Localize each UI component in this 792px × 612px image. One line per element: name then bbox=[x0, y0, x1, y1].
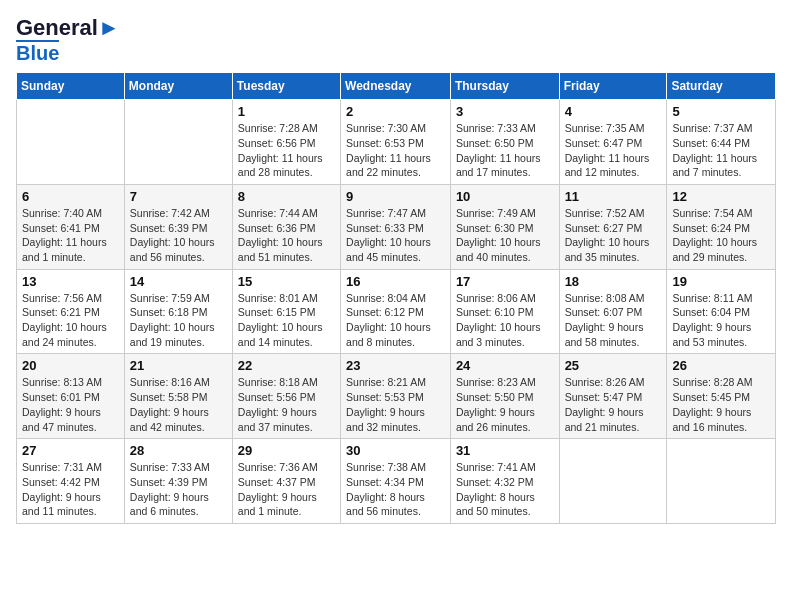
day-info: Sunrise: 7:41 AMSunset: 4:32 PMDaylight:… bbox=[456, 460, 554, 519]
day-number: 31 bbox=[456, 443, 554, 458]
calendar-cell: 24Sunrise: 8:23 AMSunset: 5:50 PMDayligh… bbox=[450, 354, 559, 439]
day-info: Sunrise: 8:23 AMSunset: 5:50 PMDaylight:… bbox=[456, 375, 554, 434]
day-number: 30 bbox=[346, 443, 445, 458]
calendar-cell bbox=[667, 439, 776, 524]
calendar-cell: 30Sunrise: 7:38 AMSunset: 4:34 PMDayligh… bbox=[341, 439, 451, 524]
calendar-cell: 21Sunrise: 8:16 AMSunset: 5:58 PMDayligh… bbox=[124, 354, 232, 439]
day-info: Sunrise: 7:40 AMSunset: 6:41 PMDaylight:… bbox=[22, 206, 119, 265]
day-info: Sunrise: 7:49 AMSunset: 6:30 PMDaylight:… bbox=[456, 206, 554, 265]
day-number: 7 bbox=[130, 189, 227, 204]
calendar-cell: 16Sunrise: 8:04 AMSunset: 6:12 PMDayligh… bbox=[341, 269, 451, 354]
day-number: 20 bbox=[22, 358, 119, 373]
day-info: Sunrise: 7:37 AMSunset: 6:44 PMDaylight:… bbox=[672, 121, 770, 180]
calendar-cell: 17Sunrise: 8:06 AMSunset: 6:10 PMDayligh… bbox=[450, 269, 559, 354]
day-number: 2 bbox=[346, 104, 445, 119]
day-info: Sunrise: 7:36 AMSunset: 4:37 PMDaylight:… bbox=[238, 460, 335, 519]
day-number: 24 bbox=[456, 358, 554, 373]
day-info: Sunrise: 8:28 AMSunset: 5:45 PMDaylight:… bbox=[672, 375, 770, 434]
day-info: Sunrise: 7:52 AMSunset: 6:27 PMDaylight:… bbox=[565, 206, 662, 265]
day-number: 9 bbox=[346, 189, 445, 204]
day-number: 25 bbox=[565, 358, 662, 373]
calendar-cell bbox=[124, 100, 232, 185]
day-number: 8 bbox=[238, 189, 335, 204]
day-number: 28 bbox=[130, 443, 227, 458]
day-of-week-header: Monday bbox=[124, 73, 232, 100]
day-of-week-header: Tuesday bbox=[232, 73, 340, 100]
day-of-week-header: Wednesday bbox=[341, 73, 451, 100]
day-info: Sunrise: 7:56 AMSunset: 6:21 PMDaylight:… bbox=[22, 291, 119, 350]
day-info: Sunrise: 7:38 AMSunset: 4:34 PMDaylight:… bbox=[346, 460, 445, 519]
calendar-cell bbox=[559, 439, 667, 524]
calendar-cell: 28Sunrise: 7:33 AMSunset: 4:39 PMDayligh… bbox=[124, 439, 232, 524]
calendar-cell: 29Sunrise: 7:36 AMSunset: 4:37 PMDayligh… bbox=[232, 439, 340, 524]
day-number: 26 bbox=[672, 358, 770, 373]
calendar-cell: 8Sunrise: 7:44 AMSunset: 6:36 PMDaylight… bbox=[232, 184, 340, 269]
calendar-cell: 6Sunrise: 7:40 AMSunset: 6:41 PMDaylight… bbox=[17, 184, 125, 269]
day-info: Sunrise: 8:06 AMSunset: 6:10 PMDaylight:… bbox=[456, 291, 554, 350]
day-number: 11 bbox=[565, 189, 662, 204]
day-info: Sunrise: 7:59 AMSunset: 6:18 PMDaylight:… bbox=[130, 291, 227, 350]
day-number: 17 bbox=[456, 274, 554, 289]
day-of-week-header: Thursday bbox=[450, 73, 559, 100]
page-header: General► Blue bbox=[16, 16, 776, 64]
day-info: Sunrise: 8:01 AMSunset: 6:15 PMDaylight:… bbox=[238, 291, 335, 350]
calendar-cell: 27Sunrise: 7:31 AMSunset: 4:42 PMDayligh… bbox=[17, 439, 125, 524]
day-number: 18 bbox=[565, 274, 662, 289]
calendar-table: SundayMondayTuesdayWednesdayThursdayFrid… bbox=[16, 72, 776, 524]
day-number: 19 bbox=[672, 274, 770, 289]
day-info: Sunrise: 7:47 AMSunset: 6:33 PMDaylight:… bbox=[346, 206, 445, 265]
day-info: Sunrise: 8:21 AMSunset: 5:53 PMDaylight:… bbox=[346, 375, 445, 434]
day-number: 23 bbox=[346, 358, 445, 373]
day-info: Sunrise: 7:30 AMSunset: 6:53 PMDaylight:… bbox=[346, 121, 445, 180]
calendar-cell: 31Sunrise: 7:41 AMSunset: 4:32 PMDayligh… bbox=[450, 439, 559, 524]
day-info: Sunrise: 8:04 AMSunset: 6:12 PMDaylight:… bbox=[346, 291, 445, 350]
day-info: Sunrise: 7:35 AMSunset: 6:47 PMDaylight:… bbox=[565, 121, 662, 180]
calendar-cell: 15Sunrise: 8:01 AMSunset: 6:15 PMDayligh… bbox=[232, 269, 340, 354]
day-of-week-header: Sunday bbox=[17, 73, 125, 100]
day-number: 22 bbox=[238, 358, 335, 373]
calendar-cell: 12Sunrise: 7:54 AMSunset: 6:24 PMDayligh… bbox=[667, 184, 776, 269]
calendar-cell: 2Sunrise: 7:30 AMSunset: 6:53 PMDaylight… bbox=[341, 100, 451, 185]
calendar-cell: 22Sunrise: 8:18 AMSunset: 5:56 PMDayligh… bbox=[232, 354, 340, 439]
calendar-cell: 11Sunrise: 7:52 AMSunset: 6:27 PMDayligh… bbox=[559, 184, 667, 269]
day-number: 6 bbox=[22, 189, 119, 204]
day-info: Sunrise: 7:42 AMSunset: 6:39 PMDaylight:… bbox=[130, 206, 227, 265]
day-number: 13 bbox=[22, 274, 119, 289]
day-of-week-header: Saturday bbox=[667, 73, 776, 100]
calendar-cell: 7Sunrise: 7:42 AMSunset: 6:39 PMDaylight… bbox=[124, 184, 232, 269]
calendar-cell: 9Sunrise: 7:47 AMSunset: 6:33 PMDaylight… bbox=[341, 184, 451, 269]
day-number: 4 bbox=[565, 104, 662, 119]
calendar-cell: 19Sunrise: 8:11 AMSunset: 6:04 PMDayligh… bbox=[667, 269, 776, 354]
day-number: 3 bbox=[456, 104, 554, 119]
calendar-cell: 23Sunrise: 8:21 AMSunset: 5:53 PMDayligh… bbox=[341, 354, 451, 439]
day-number: 1 bbox=[238, 104, 335, 119]
calendar-cell: 3Sunrise: 7:33 AMSunset: 6:50 PMDaylight… bbox=[450, 100, 559, 185]
calendar-cell: 26Sunrise: 8:28 AMSunset: 5:45 PMDayligh… bbox=[667, 354, 776, 439]
day-number: 15 bbox=[238, 274, 335, 289]
calendar-cell: 4Sunrise: 7:35 AMSunset: 6:47 PMDaylight… bbox=[559, 100, 667, 185]
day-number: 12 bbox=[672, 189, 770, 204]
calendar-cell: 10Sunrise: 7:49 AMSunset: 6:30 PMDayligh… bbox=[450, 184, 559, 269]
calendar-cell: 13Sunrise: 7:56 AMSunset: 6:21 PMDayligh… bbox=[17, 269, 125, 354]
calendar-cell: 5Sunrise: 7:37 AMSunset: 6:44 PMDaylight… bbox=[667, 100, 776, 185]
day-info: Sunrise: 7:33 AMSunset: 6:50 PMDaylight:… bbox=[456, 121, 554, 180]
day-number: 29 bbox=[238, 443, 335, 458]
day-number: 5 bbox=[672, 104, 770, 119]
day-number: 27 bbox=[22, 443, 119, 458]
day-info: Sunrise: 8:16 AMSunset: 5:58 PMDaylight:… bbox=[130, 375, 227, 434]
day-info: Sunrise: 8:18 AMSunset: 5:56 PMDaylight:… bbox=[238, 375, 335, 434]
day-number: 14 bbox=[130, 274, 227, 289]
logo-text-blue: Blue bbox=[16, 40, 59, 64]
logo-text: General► bbox=[16, 16, 120, 40]
calendar-cell bbox=[17, 100, 125, 185]
day-number: 21 bbox=[130, 358, 227, 373]
day-info: Sunrise: 7:31 AMSunset: 4:42 PMDaylight:… bbox=[22, 460, 119, 519]
day-info: Sunrise: 7:33 AMSunset: 4:39 PMDaylight:… bbox=[130, 460, 227, 519]
calendar-cell: 20Sunrise: 8:13 AMSunset: 6:01 PMDayligh… bbox=[17, 354, 125, 439]
day-of-week-header: Friday bbox=[559, 73, 667, 100]
day-info: Sunrise: 7:54 AMSunset: 6:24 PMDaylight:… bbox=[672, 206, 770, 265]
day-info: Sunrise: 8:11 AMSunset: 6:04 PMDaylight:… bbox=[672, 291, 770, 350]
day-info: Sunrise: 7:44 AMSunset: 6:36 PMDaylight:… bbox=[238, 206, 335, 265]
day-info: Sunrise: 8:08 AMSunset: 6:07 PMDaylight:… bbox=[565, 291, 662, 350]
day-info: Sunrise: 8:26 AMSunset: 5:47 PMDaylight:… bbox=[565, 375, 662, 434]
